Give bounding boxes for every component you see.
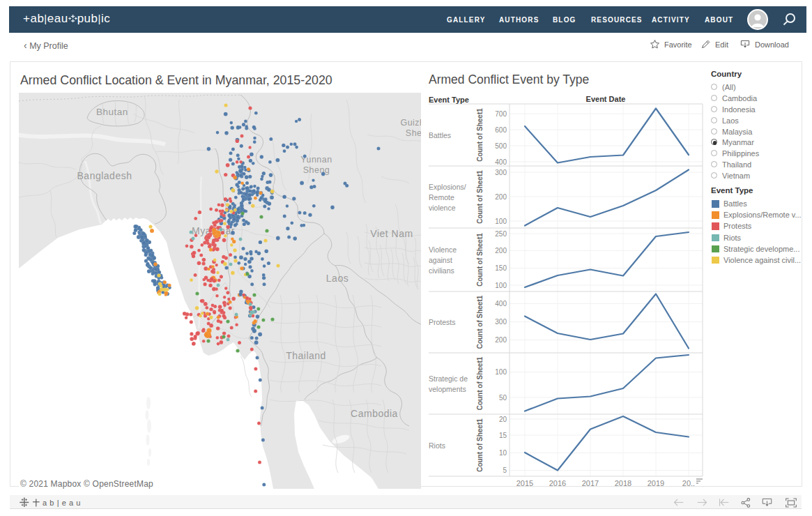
svg-text:Event Date: Event Date <box>586 95 626 103</box>
svg-text:600: 600 <box>495 126 507 134</box>
svg-text:2016: 2016 <box>549 479 566 487</box>
svg-text:5: 5 <box>503 466 507 474</box>
svg-text:Count of Sheet1: Count of Sheet1 <box>476 108 484 162</box>
svg-text:Bangladesh: Bangladesh <box>77 170 132 181</box>
svg-text:50: 50 <box>499 394 507 402</box>
svg-text:100: 100 <box>495 368 507 376</box>
svg-text:2019: 2019 <box>648 479 664 487</box>
svg-text:Laos: Laos <box>326 273 348 284</box>
svg-text:Sheng: Sheng <box>303 165 330 175</box>
svg-text:Violence: Violence <box>429 245 457 254</box>
svg-text:200: 200 <box>495 193 507 201</box>
svg-text:Count of Sheet1: Count of Sheet1 <box>476 356 484 410</box>
svg-text:20: 20 <box>499 416 507 423</box>
svg-text:Protests: Protests <box>429 318 456 326</box>
svg-text:150: 150 <box>495 264 507 272</box>
svg-text:civilians: civilians <box>429 266 454 275</box>
svg-text:Remote: Remote <box>429 193 454 202</box>
svg-text:300: 300 <box>495 169 507 176</box>
svg-text:2017: 2017 <box>582 479 599 487</box>
svg-text:Bhutan: Bhutan <box>96 107 128 117</box>
svg-text:100: 100 <box>495 218 507 225</box>
svg-text:Battles: Battles <box>429 131 451 139</box>
svg-text:Strategic de: Strategic de <box>429 374 468 383</box>
svg-text:400: 400 <box>495 158 507 166</box>
svg-text:10: 10 <box>499 449 507 457</box>
svg-text:2018: 2018 <box>615 479 631 487</box>
svg-text:200: 200 <box>495 336 507 344</box>
svg-text:violence: violence <box>429 204 456 212</box>
svg-text:2015: 2015 <box>516 479 533 487</box>
svg-text:300: 300 <box>495 318 507 326</box>
svg-text:700: 700 <box>495 110 507 118</box>
svg-text:Count of Sheet1: Count of Sheet1 <box>476 170 484 224</box>
svg-text:Count of Sheet1: Count of Sheet1 <box>476 233 484 287</box>
svg-text:250: 250 <box>495 230 507 238</box>
svg-text:100: 100 <box>495 282 507 289</box>
svg-text:200: 200 <box>495 247 507 255</box>
svg-text:20..: 20.. <box>682 479 695 487</box>
svg-text:Count of Sheet1: Count of Sheet1 <box>476 295 484 349</box>
svg-text:500: 500 <box>495 142 507 150</box>
svg-text:Cambodia: Cambodia <box>351 408 398 419</box>
svg-text:Event Type: Event Type <box>429 96 469 104</box>
svg-text:ab|eau: ab|eau <box>43 499 84 507</box>
svg-text:© 2021 Mapbox © OpenStreetMap: © 2021 Mapbox © OpenStreetMap <box>20 479 153 489</box>
svg-text:velopments: velopments <box>429 385 466 393</box>
svg-text:Explosions/: Explosions/ <box>429 183 466 191</box>
svg-text:15: 15 <box>499 432 507 439</box>
svg-text:Viet Nam: Viet Nam <box>370 228 413 239</box>
svg-text:Riots: Riots <box>429 441 445 450</box>
svg-text:Count of Sheet1: Count of Sheet1 <box>476 418 484 472</box>
svg-text:400: 400 <box>495 300 507 308</box>
svg-text:Thailand: Thailand <box>286 350 326 361</box>
svg-text:against: against <box>429 256 452 264</box>
